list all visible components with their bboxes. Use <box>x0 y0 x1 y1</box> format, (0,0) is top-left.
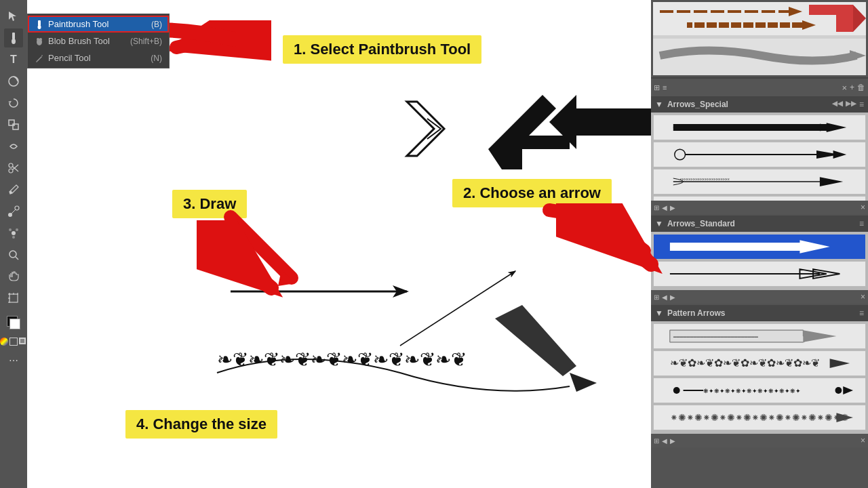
paintbrush-tool-menu-item[interactable]: Paintbrush Tool (B) <box>28 16 169 33</box>
arrows-special-expand-btn2[interactable]: ▶▶ <box>846 100 856 109</box>
right-panel: ⊞ ≡ × + 🗑 ▼ Arrows_Special ◀◀ ▶▶ ≡ <box>651 0 868 488</box>
brush-pa1[interactable]: ━━━━━━━━━━━━━━━━━━━━━━━━━ <box>653 323 866 349</box>
arrows-special-section: ▼ Arrows_Special ◀◀ ▶▶ ≡ <box>651 96 868 214</box>
arrows-standard-title: Arrows_Standard <box>667 219 735 228</box>
panel-list-icon[interactable]: ≡ <box>663 83 667 92</box>
pattern-arrows-menu-btn[interactable]: ≡ <box>859 308 864 318</box>
as-prev-btn[interactable]: ◀ <box>662 204 667 211</box>
blob-brush-tool-menu-item[interactable]: Blob Brush Tool (Shift+B) <box>28 33 169 49</box>
svg-point-5 <box>9 163 13 167</box>
svg-line-34 <box>400 271 515 346</box>
lasso-tool-icon[interactable] <box>4 72 23 91</box>
panel-library-icon[interactable]: ⊞ <box>654 83 660 92</box>
svg-point-14 <box>9 228 12 231</box>
top-preview-area <box>651 0 868 79</box>
arrows-special-bottom-controls: ⊞ ◀ ▶ × <box>651 201 868 214</box>
svg-point-2 <box>9 77 18 86</box>
select-tool[interactable] <box>4 7 23 26</box>
svg-text:❋✦❋✦❋✦❋✦❋✦❋✦❋✦❋✦❋✦: ❋✦❋✦❋✦❋✦❋✦❋✦❋✦❋✦❋✦ <box>703 388 801 394</box>
scale-tool-icon[interactable] <box>4 115 23 134</box>
tutorial-label-1: 1. Select Paintbrush Tool <box>283 35 481 64</box>
panel-delete-icon[interactable]: 🗑 <box>857 83 865 92</box>
left-toolbar: T ⋯ <box>0 0 27 488</box>
pattern-arrows-section: ▼ Pattern Arrows ≡ ━━━━━━━━━━━━━━━━━━━━━… <box>651 305 868 447</box>
pa-next-btn[interactable]: ▶ <box>670 437 675 445</box>
brush-sp1[interactable] <box>653 115 866 140</box>
arrows-special-brushes: ‹‹‹‹‹‹‹‹‹‹‹‹‹‹‹‹‹‹‹‹‹‹‹‹‹‹‹‹ ~~~~~~~~~~~… <box>651 113 868 201</box>
arrows-standard-header: ▼ Arrows_Standard ≡ <box>651 216 868 232</box>
brush-pa4[interactable]: ⁕✺⁕✺⁕✺⁕✺⁕✺⁕✺⁕✺⁕✺⁕✺⁕✺⁕✺ <box>653 405 866 430</box>
svg-point-17 <box>9 251 16 258</box>
top-preview-svg <box>653 2 866 75</box>
svg-point-41 <box>674 149 685 160</box>
as-lib-icon[interactable]: ⊞ <box>654 204 659 211</box>
eyedropper-tool-icon[interactable] <box>4 180 23 199</box>
misc-tool-icon[interactable]: ⋯ <box>4 351 23 370</box>
text-tool-icon[interactable]: T <box>4 50 23 69</box>
brush-sp2[interactable] <box>653 142 866 167</box>
ast-prev-btn[interactable]: ◀ <box>662 293 667 301</box>
arrows-special-header: ▼ Arrows_Special ◀◀ ▶▶ ≡ <box>651 96 868 113</box>
svg-point-9 <box>9 191 12 194</box>
as-close-btn[interactable]: × <box>861 203 865 212</box>
arrows-standard-menu-btn[interactable]: ≡ <box>859 219 864 228</box>
brush-sp3[interactable]: ‹‹‹‹‹‹‹‹‹‹‹‹‹‹‹‹‹‹‹‹‹‹‹‹‹‹‹‹ <box>653 169 866 195</box>
pattern-arrows-title: Pattern Arrows <box>667 308 726 318</box>
pattern-arrows-header: ▼ Pattern Arrows ≡ <box>651 305 868 321</box>
pattern-arrows-brushes: ━━━━━━━━━━━━━━━━━━━━━━━━━ ❧❦✿❧❦✿❧❦✿❧❦✿❧❦… <box>651 321 868 434</box>
svg-point-52 <box>835 387 842 394</box>
rotate-tool-icon[interactable] <box>4 94 23 113</box>
panel-controls-row: ⊞ ≡ × + 🗑 <box>651 79 868 96</box>
brush-st2[interactable] <box>653 261 866 287</box>
brush-sp4[interactable]: ~~~~~~~~~~~~~~~~~~~~~~~~~~~~~~~~~~~ <box>653 196 866 201</box>
svg-point-30 <box>39 38 42 41</box>
brush-st1[interactable] <box>653 234 866 260</box>
artboard-tool-icon[interactable] <box>4 289 23 308</box>
pa-prev-btn[interactable]: ◀ <box>662 437 667 445</box>
blend-tool-icon[interactable] <box>4 202 23 221</box>
symbol-tool-icon[interactable] <box>4 224 23 243</box>
panel-add-icon[interactable]: + <box>850 83 854 92</box>
arrows-special-expand-btn[interactable]: ◀◀ <box>832 100 843 109</box>
svg-text:━━━━━━━━━━━━━━━━━━━━━━━━━: ━━━━━━━━━━━━━━━━━━━━━━━━━ <box>672 334 757 340</box>
brush-pa2[interactable]: ❧❦✿❧❦✿❧❦✿❧❦✿❧❦✿❧❦ <box>653 350 866 376</box>
svg-point-27 <box>38 25 41 29</box>
ast-next-btn[interactable]: ▶ <box>670 293 675 301</box>
pattern-arrows-bottom-controls: ⊞ ◀ ▶ × <box>651 434 868 447</box>
svg-line-12 <box>12 209 16 214</box>
svg-text:❧❦✿❧❦✿❧❦✿❧❦✿❧❦✿❧❦: ❧❦✿❧❦✿❧❦✿❧❦✿❧❦✿❧❦ <box>669 357 819 369</box>
as-next-btn[interactable]: ▶ <box>670 204 675 211</box>
warp-tool-icon[interactable] <box>4 137 23 156</box>
pattern-arrows-collapse[interactable]: ▼ <box>655 308 663 318</box>
svg-point-1 <box>12 39 16 44</box>
svg-point-15 <box>16 228 18 231</box>
color-mode-icons[interactable] <box>0 338 27 346</box>
pa-close-btn[interactable]: × <box>861 436 865 445</box>
svg-point-13 <box>12 231 16 235</box>
ast-lib-icon[interactable]: ⊞ <box>654 293 659 301</box>
svg-point-16 <box>12 236 15 239</box>
svg-rect-4 <box>13 124 18 129</box>
svg-point-29 <box>37 38 39 41</box>
paintbrush-tool-icon[interactable] <box>4 28 23 47</box>
svg-text:⁕✺⁕✺⁕✺⁕✺⁕✺⁕✺⁕✺⁕✺⁕✺⁕✺⁕✺: ⁕✺⁕✺⁕✺⁕✺⁕✺⁕✺⁕✺⁕✺⁕✺⁕✺⁕✺ <box>669 413 848 423</box>
brush-pa3[interactable]: ❋✦❋✦❋✦❋✦❋✦❋✦❋✦❋✦❋✦ <box>653 378 866 403</box>
arrows-standard-brushes <box>651 232 868 290</box>
arrows-special-menu-btn[interactable]: ≡ <box>859 100 864 109</box>
fill-stroke-indicator[interactable] <box>4 316 23 335</box>
pa-lib-icon[interactable]: ⊞ <box>654 437 659 445</box>
main-canvas: 1. Select Paintbrush Tool 2. Choose an a… <box>27 0 651 488</box>
zoom-tool-icon[interactable] <box>4 245 23 264</box>
arrows-standard-collapse[interactable]: ▼ <box>655 219 663 228</box>
ast-close-btn[interactable]: × <box>861 292 865 302</box>
canvas-content: 1. Select Paintbrush Tool 2. Choose an a… <box>27 0 651 488</box>
tool-dropdown-menu: Paintbrush Tool (B) Blob Brush Tool (Shi… <box>27 14 170 68</box>
svg-rect-3 <box>9 120 14 125</box>
pencil-tool-menu-item[interactable]: Pencil Tool (N) <box>28 49 169 66</box>
scissors-tool-icon[interactable] <box>4 159 23 178</box>
arrows-special-collapse[interactable]: ▼ <box>655 100 663 109</box>
hand-tool-icon[interactable] <box>4 267 23 286</box>
red-arrow-2 <box>536 197 658 264</box>
arrows-special-title: Arrows_Special <box>667 100 728 109</box>
panel-close-icon[interactable]: × <box>842 83 847 93</box>
